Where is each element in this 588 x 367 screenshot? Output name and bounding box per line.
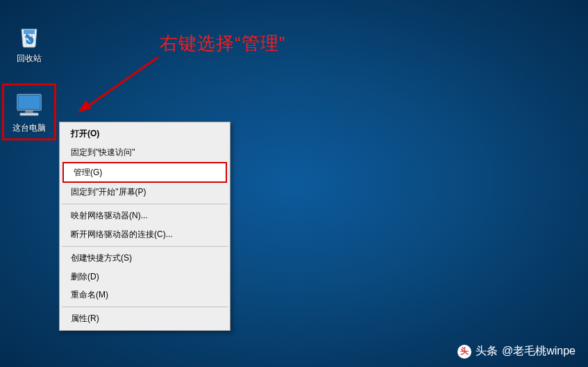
- watermark-logo-icon: 头: [457, 345, 471, 359]
- recycle-bin-label: 回收站: [7, 53, 51, 65]
- watermark-handle: @老毛桃winpe: [502, 344, 576, 359]
- desktop-icon-this-pc[interactable]: 这台电脑: [7, 90, 51, 134]
- watermark: 头 头条 @老毛桃winpe: [457, 344, 576, 359]
- this-pc-icon: [15, 90, 44, 120]
- menu-separator: [62, 204, 228, 204]
- menu-item-open[interactable]: 打开(O): [61, 124, 228, 143]
- svg-rect-5: [19, 96, 40, 109]
- recycle-bin-icon: [15, 21, 44, 50]
- context-menu: 打开(O) 固定到"快速访问" 管理(G) 固定到"开始"屏幕(P) 映射网络驱…: [59, 122, 230, 331]
- desktop-icon-recycle-bin[interactable]: 回收站: [7, 21, 51, 65]
- menu-item-delete[interactable]: 删除(D): [61, 268, 228, 286]
- annotation-arrow-icon: [75, 54, 165, 117]
- menu-item-disconnect-drive[interactable]: 断开网络驱动器的连接(C)...: [61, 225, 228, 244]
- menu-item-properties[interactable]: 属性(R): [61, 309, 228, 328]
- menu-item-map-drive[interactable]: 映射网络驱动器(N)...: [61, 206, 228, 225]
- menu-item-create-shortcut[interactable]: 创建快捷方式(S): [61, 249, 228, 268]
- menu-item-pin-quick-access[interactable]: 固定到"快速访问": [61, 143, 228, 162]
- annotation-text: 右键选择“管理”: [160, 31, 285, 56]
- menu-item-pin-start[interactable]: 固定到"开始"屏幕(P): [61, 183, 228, 202]
- menu-item-manage[interactable]: 管理(G): [64, 163, 226, 182]
- menu-item-rename[interactable]: 重命名(M): [61, 286, 228, 304]
- svg-rect-6: [25, 111, 33, 113]
- svg-marker-9: [78, 100, 92, 113]
- menu-separator: [62, 307, 228, 307]
- menu-separator: [62, 246, 228, 247]
- svg-line-8: [85, 57, 158, 108]
- watermark-prefix: 头条: [476, 344, 498, 359]
- menu-highlight-box: 管理(G): [62, 162, 227, 184]
- svg-rect-7: [20, 113, 39, 115]
- this-pc-label: 这台电脑: [7, 122, 51, 134]
